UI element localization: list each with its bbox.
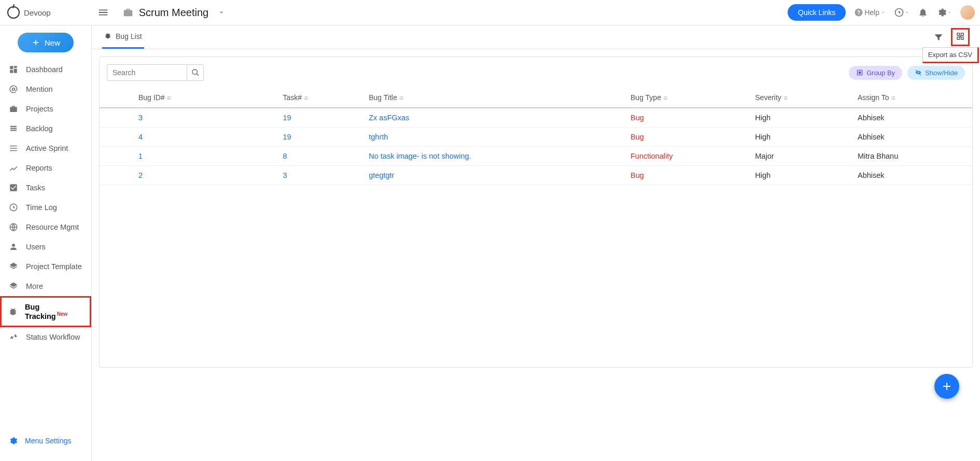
sidebar-item-project-template[interactable]: Project Template: [0, 257, 91, 276]
cell-task[interactable]: 19: [283, 114, 291, 122]
table-row[interactable]: 2 3 gtegtgtr Bug High Abhisek: [100, 166, 972, 185]
bug-icon: [104, 32, 111, 41]
sidebar-item-mention[interactable]: Mention: [0, 79, 91, 99]
export-icon[interactable]: [954, 31, 967, 44]
sidebar-item-label: Backlog: [26, 124, 53, 133]
group-by-button[interactable]: Group By: [849, 66, 902, 80]
sidebar-item-label: Mention: [26, 85, 53, 93]
bell-icon[interactable]: [918, 7, 928, 18]
col-bug-id[interactable]: Bug ID#≡: [100, 88, 276, 108]
col-task[interactable]: Task#≡: [276, 88, 362, 108]
cell-task[interactable]: 19: [283, 133, 291, 141]
cell-severity: High: [755, 171, 771, 179]
gear-icon[interactable]: [936, 7, 952, 18]
menu-settings-button[interactable]: Menu Settings: [0, 431, 91, 451]
sidebar-item-projects[interactable]: Projects: [0, 99, 91, 119]
sidebar-item-label: Time Log: [26, 203, 57, 212]
new-button[interactable]: New: [18, 33, 74, 52]
new-button-label: New: [45, 38, 60, 47]
cell-severity: Major: [755, 152, 774, 160]
cell-type: Bug: [631, 171, 644, 179]
help-button[interactable]: ? Help: [854, 8, 886, 17]
cell-title[interactable]: No task image- is not showing.: [369, 152, 471, 160]
sidebar-item-time-log[interactable]: Time Log: [0, 198, 91, 217]
search-input[interactable]: [107, 64, 187, 81]
cell-bug-id[interactable]: 4: [138, 133, 143, 141]
search-wrap: [107, 64, 204, 81]
tab-bug-list[interactable]: Bug List: [102, 32, 144, 49]
layers-icon: [8, 262, 19, 271]
cell-task[interactable]: 8: [283, 152, 287, 160]
show-hide-button[interactable]: Show/Hide: [907, 66, 965, 80]
sidebar-item-dashboard[interactable]: Dashboard: [0, 60, 91, 79]
sidebar-item-resource-mgmt[interactable]: Resource Mgmt: [0, 217, 91, 237]
search-icon: [191, 68, 200, 77]
globe-icon: [8, 222, 19, 232]
main-content: Bug List Export as CSV: [92, 25, 980, 461]
at-icon: [8, 85, 19, 94]
chevron-down-icon[interactable]: [217, 8, 226, 17]
cell-title[interactable]: tghrth: [369, 133, 388, 141]
app-header: Devoop Scrum Meeting Quick Links ? Help: [0, 0, 980, 25]
sidebar-item-active-sprint[interactable]: Active Sprint: [0, 138, 91, 158]
sidebar-item-label: Reports: [26, 164, 52, 172]
table-row[interactable]: 3 19 Zx asFGxas Bug High Abhisek: [100, 108, 972, 128]
tab-label: Bug List: [116, 32, 142, 40]
logo-text: Devoop: [24, 8, 51, 17]
filter-icon[interactable]: [933, 32, 944, 43]
search-button[interactable]: [187, 64, 204, 81]
hamburger-menu-icon[interactable]: [97, 7, 109, 18]
sidebar-item-label: Tasks: [26, 184, 45, 192]
workflow-icon: [8, 332, 19, 342]
new-badge: New: [57, 311, 68, 317]
sidebar-item-users[interactable]: Users: [0, 237, 91, 257]
sidebar-item-label: Resource Mgmt: [26, 223, 79, 231]
clock-icon[interactable]: [894, 7, 909, 18]
add-bug-fab[interactable]: [934, 374, 959, 399]
sidebar-item-label: Bug TrackingNew: [25, 303, 81, 320]
cell-severity: High: [755, 133, 771, 141]
cell-type: Functionality: [631, 152, 673, 160]
layers-icon: [8, 282, 19, 291]
sidebar-item-bug-tracking[interactable]: Bug TrackingNew: [0, 296, 91, 327]
cell-title[interactable]: Zx asFGxas: [369, 114, 409, 122]
cell-title[interactable]: gtegtgtr: [369, 171, 394, 179]
table-row[interactable]: 4 19 tghrth Bug High Abhisek: [100, 128, 972, 147]
cell-bug-id[interactable]: 3: [138, 114, 143, 122]
logo[interactable]: Devoop: [7, 6, 51, 19]
project-title: Scrum Meeting: [139, 7, 209, 19]
col-severity[interactable]: Severity≡: [749, 88, 851, 108]
table-row[interactable]: 1 8 No task image- is not showing. Funct…: [100, 147, 972, 166]
sort-icon: ≡: [663, 94, 667, 102]
chart-icon: [8, 163, 19, 173]
cell-bug-id[interactable]: 1: [138, 152, 143, 160]
check-icon: [8, 183, 19, 192]
cell-task[interactable]: 3: [283, 171, 287, 179]
sidebar-item-label: Active Sprint: [26, 144, 68, 152]
sidebar-item-tasks[interactable]: Tasks: [0, 178, 91, 198]
plus-icon: [31, 38, 40, 47]
sidebar-item-label: Project Template: [26, 262, 82, 271]
avatar[interactable]: [960, 5, 975, 20]
project-switcher[interactable]: Scrum Meeting: [122, 7, 227, 19]
group-by-label: Group By: [866, 69, 895, 77]
export-tooltip: Export as CSV: [922, 47, 979, 63]
col-assign[interactable]: Assign To≡: [851, 88, 972, 108]
briefcase-icon: [8, 104, 19, 114]
quick-links-button[interactable]: Quick Links: [788, 4, 846, 21]
menu-settings-label: Menu Settings: [25, 437, 72, 445]
sort-icon: ≡: [399, 94, 403, 102]
col-type[interactable]: Bug Type≡: [624, 88, 749, 108]
cell-assign: Abhisek: [858, 171, 885, 179]
help-label: Help: [864, 8, 879, 17]
cell-assign: Abhisek: [858, 114, 885, 122]
cell-bug-id[interactable]: 2: [138, 171, 143, 179]
col-title[interactable]: Bug Title≡: [362, 88, 624, 108]
user-icon: [8, 242, 19, 252]
sidebar-item-backlog[interactable]: Backlog: [0, 119, 91, 138]
bug-table: Bug ID#≡ Task#≡ Bug Title≡ Bug Type≡ Sev…: [100, 88, 972, 185]
sidebar-item-reports[interactable]: Reports: [0, 158, 91, 178]
sidebar-item-more[interactable]: More: [0, 276, 91, 296]
sidebar-item-status-workflow[interactable]: Status Workflow: [0, 327, 91, 347]
sidebar-item-label: Status Workflow: [26, 333, 80, 341]
